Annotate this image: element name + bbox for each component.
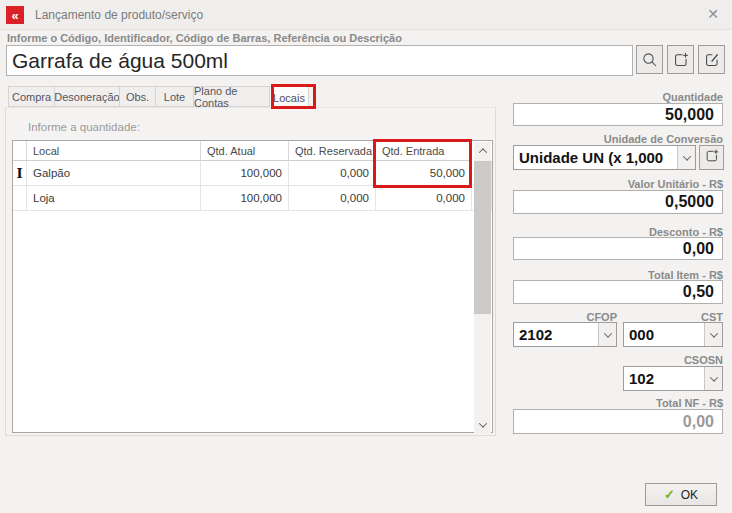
csosn-value: 102	[624, 370, 704, 387]
tab-obs[interactable]: Obs.	[119, 86, 156, 107]
cst-select[interactable]: 000	[623, 322, 723, 347]
unidade-conversao-label: Unidade de Conversão	[604, 133, 723, 145]
total-nf-input[interactable]: 0,00	[513, 409, 723, 434]
cell-local[interactable]: Galpão	[27, 161, 201, 186]
chevron-down-icon[interactable]	[704, 367, 722, 390]
cell-qtd-reservada[interactable]: 0,000	[289, 161, 376, 186]
ok-button-label: OK	[681, 488, 698, 502]
new-document-icon	[704, 148, 720, 168]
cell-qtd-reservada[interactable]: 0,000	[289, 186, 376, 211]
total-item-input[interactable]: 0,50	[513, 280, 723, 304]
cst-value: 000	[624, 326, 704, 343]
product-search-input[interactable]: Garrafa de água 500ml	[6, 45, 633, 76]
tabstrip: Compra Desoneração Obs. Lote Plano de Co…	[8, 86, 308, 108]
col-header-local[interactable]: Local	[27, 141, 201, 161]
product-search-label: Informe o Código, Identificador, Código …	[7, 32, 402, 44]
new-document-icon	[672, 51, 690, 69]
quantidade-input[interactable]: 50,000	[513, 103, 723, 126]
row-indicator	[13, 186, 27, 211]
cell-qtd-atual[interactable]: 100,000	[201, 186, 289, 211]
annotation-box-qtd-entrada	[373, 139, 472, 188]
chevron-down-icon[interactable]	[704, 323, 722, 346]
valor-unitario-label: Valor Unitário - R$	[628, 178, 723, 190]
window-title: Lançamento de produto/serviço	[35, 8, 203, 22]
tab-desoneracao[interactable]: Desoneração	[54, 86, 120, 107]
csosn-select[interactable]: 102	[623, 366, 723, 391]
titlebar: « Lançamento de produto/serviço ✕	[0, 0, 732, 30]
cell-qtd-entrada[interactable]: 0,000	[376, 186, 472, 211]
col-header-qtd-reservada[interactable]: Qtd. Reservada	[289, 141, 376, 161]
new-product-button[interactable]	[667, 45, 694, 74]
tab-lote[interactable]: Lote	[155, 86, 194, 107]
unidade-conversao-select[interactable]: Unidade UN (x 1,000	[513, 145, 696, 170]
table-row-loja[interactable]: Loja 100,000 0,000 0,000	[13, 186, 492, 211]
chevron-down-icon[interactable]	[598, 323, 616, 346]
unidade-conversao-value: Unidade UN (x 1,000	[514, 149, 677, 166]
row-indicator: I	[13, 161, 27, 186]
chevron-down-icon[interactable]	[677, 146, 695, 169]
current-row-indicator-icon: I	[16, 166, 22, 181]
new-unit-button[interactable]	[699, 145, 724, 170]
cell-qtd-atual[interactable]: 100,000	[201, 161, 289, 186]
total-nf-label: Total NF - R$	[656, 397, 723, 409]
quantity-hint-label: Informe a quantidade:	[28, 121, 140, 133]
scroll-down-icon[interactable]	[474, 416, 491, 433]
valor-unitario-input[interactable]: 0,5000	[513, 190, 723, 214]
search-button[interactable]	[636, 45, 663, 74]
cfop-value: 2102	[514, 326, 598, 343]
grid-indicator-header	[13, 141, 27, 161]
csosn-label: CSOSN	[684, 354, 723, 366]
cfop-select[interactable]: 2102	[513, 322, 617, 347]
app-logo-icon: «	[6, 6, 24, 24]
desconto-input[interactable]: 0,00	[513, 237, 723, 260]
quantidade-label: Quantidade	[662, 91, 723, 103]
edit-icon	[703, 51, 721, 69]
close-icon[interactable]: ✕	[698, 0, 728, 28]
product-entry-dialog: « Lançamento de produto/serviço ✕ Inform…	[0, 0, 732, 513]
annotation-box-locais-tab	[271, 84, 316, 109]
cell-local[interactable]: Loja	[27, 186, 201, 211]
search-icon	[641, 51, 659, 69]
scroll-up-icon[interactable]	[474, 142, 491, 159]
scrollbar-thumb[interactable]	[474, 161, 491, 314]
col-header-qtd-atual[interactable]: Qtd. Atual	[201, 141, 289, 161]
edit-product-button[interactable]	[698, 45, 725, 74]
tab-plano-de-contas[interactable]: Plano de Contas	[193, 86, 270, 107]
ok-button[interactable]: ✓ OK	[645, 483, 717, 506]
grid-vertical-scrollbar[interactable]	[474, 142, 491, 433]
tab-compra[interactable]: Compra	[8, 86, 55, 107]
check-icon: ✓	[664, 488, 675, 501]
